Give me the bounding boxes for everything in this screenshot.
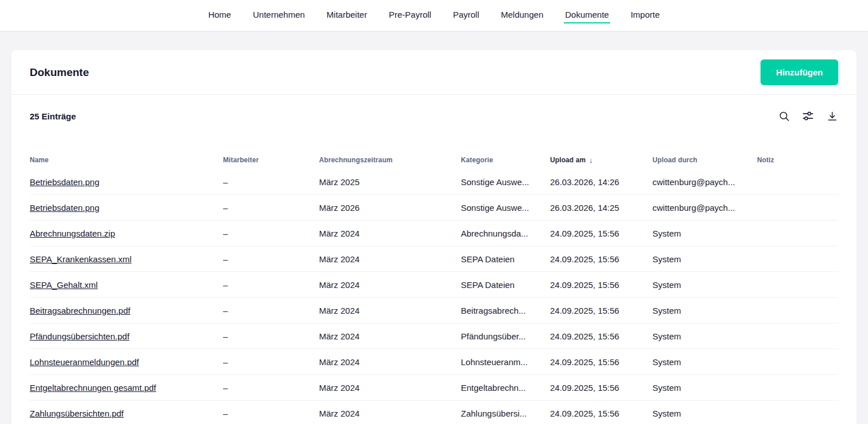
nav-item-home[interactable]: Home: [207, 7, 232, 23]
column-header-abrechnungszeitraum[interactable]: Abrechnungszeitraum: [319, 156, 461, 164]
cell-zeitraum: März 2024: [319, 254, 461, 264]
cell-upload-am: 24.09.2025, 15:56: [550, 331, 652, 341]
table-row: Zahlungsübersichten.pdf–März 2024Zahlung…: [30, 401, 838, 424]
toolbar-icons: [778, 110, 838, 122]
cell-kategorie: Abrechnungsda...: [461, 229, 550, 238]
card-header: Dokumente Hinzufügen: [11, 50, 857, 95]
column-header-label: Upload durch: [652, 156, 698, 164]
column-header-name[interactable]: Name: [30, 156, 223, 164]
column-header-label: Mitarbeiter: [223, 156, 258, 164]
cell-mitarbeiter: –: [223, 306, 319, 315]
nav-item-unternehmen[interactable]: Unternehmen: [252, 7, 306, 23]
cell-upload-am: 26.03.2026, 14:26: [550, 177, 652, 187]
cell-mitarbeiter: –: [223, 177, 319, 187]
cell-upload-am: 24.09.2025, 15:56: [550, 254, 652, 264]
cell-upload-durch: System: [652, 306, 757, 315]
cell-upload-am: 24.09.2025, 15:56: [550, 357, 652, 367]
column-header-kategorie[interactable]: Kategorie: [461, 156, 550, 164]
cell-name: SEPA_Krankenkassen.xml: [30, 254, 223, 264]
column-header-label: Upload am: [550, 156, 586, 164]
cell-kategorie: Pfändungsüber...: [461, 331, 550, 341]
cell-zeitraum: März 2024: [319, 280, 461, 290]
nav-item-importe[interactable]: Importe: [630, 7, 661, 23]
cell-kategorie: Lohnsteueranm...: [461, 357, 550, 367]
cell-mitarbeiter: –: [223, 357, 319, 367]
nav-item-dokumente[interactable]: Dokumente: [564, 7, 610, 23]
column-header-upload-am[interactable]: Upload am↓: [550, 156, 652, 165]
page-title: Dokumente: [30, 66, 89, 79]
cell-upload-am: 24.09.2025, 15:56: [550, 383, 652, 393]
cell-name: Beitragsabrechnungen.pdf: [30, 306, 223, 315]
document-link[interactable]: Abrechnungsdaten.zip: [30, 229, 115, 238]
cell-mitarbeiter: –: [223, 280, 319, 290]
cell-upload-durch: System: [652, 383, 757, 393]
cell-upload-durch: System: [652, 229, 757, 238]
search-icon[interactable]: [778, 110, 790, 122]
nav-item-pre-payroll[interactable]: Pre-Payroll: [388, 7, 432, 23]
cell-upload-am: 24.09.2025, 15:56: [550, 409, 652, 418]
table-row: Lohnsteueranmeldungen.pdf–März 2024Lohns…: [30, 349, 838, 375]
cell-name: SEPA_Gehalt.xml: [30, 280, 223, 290]
column-header-label: Name: [30, 156, 49, 164]
cell-name: Entgeltabrechnungen gesamt.pdf: [30, 383, 223, 393]
table-header-row: NameMitarbeiterAbrechnungszeitraumKatego…: [30, 151, 838, 169]
table-row: SEPA_Gehalt.xml–März 2024SEPA Dateien24.…: [30, 272, 838, 298]
cell-kategorie: Entgeltabrechn...: [461, 383, 550, 393]
table-body: Betriebsdaten.png–März 2025Sonstige Ausw…: [30, 169, 838, 424]
document-link[interactable]: SEPA_Gehalt.xml: [30, 280, 98, 290]
add-document-button[interactable]: Hinzufügen: [761, 59, 838, 85]
column-header-label: Kategorie: [461, 156, 493, 164]
cell-mitarbeiter: –: [223, 331, 319, 341]
document-link[interactable]: Zahlungsübersichten.pdf: [30, 409, 124, 418]
cell-name: Zahlungsübersichten.pdf: [30, 409, 223, 418]
column-header-notiz[interactable]: Notiz: [757, 156, 838, 164]
top-nav: HomeUnternehmenMitarbeiterPre-PayrollPay…: [0, 0, 868, 31]
document-link[interactable]: Pfändungsübersichten.pdf: [30, 331, 129, 341]
document-link[interactable]: Betriebsdaten.png: [30, 177, 99, 187]
sort-arrow-down-icon: ↓: [589, 156, 593, 165]
filter-icon[interactable]: [802, 110, 814, 122]
cell-upload-am: 24.09.2025, 15:56: [550, 280, 652, 290]
table-row: Beitragsabrechnungen.pdf–März 2024Beitra…: [30, 298, 838, 323]
cell-kategorie: Beitragsabrech...: [461, 306, 550, 315]
cell-mitarbeiter: –: [223, 409, 319, 418]
column-header-upload-durch[interactable]: Upload durch: [652, 156, 757, 164]
cell-upload-durch: System: [652, 409, 757, 418]
download-icon[interactable]: [826, 110, 838, 122]
cell-upload-durch: cwittenburg@paych...: [652, 177, 757, 187]
table-row: SEPA_Krankenkassen.xml–März 2024SEPA Dat…: [30, 246, 838, 272]
cell-upload-durch: System: [652, 331, 757, 341]
nav-item-payroll[interactable]: Payroll: [452, 7, 480, 23]
document-link[interactable]: Lohnsteueranmeldungen.pdf: [30, 357, 139, 367]
nav-item-mitarbeiter[interactable]: Mitarbeiter: [325, 7, 368, 23]
column-header-label: Notiz: [757, 156, 774, 164]
cell-upload-durch: System: [652, 280, 757, 290]
entries-count: 25 Einträge: [30, 111, 76, 121]
cell-kategorie: SEPA Dateien: [461, 254, 550, 264]
table-row: Abrechnungsdaten.zip–März 2024Abrechnung…: [30, 221, 838, 246]
table-row: Pfändungsübersichten.pdf–März 2024Pfändu…: [30, 323, 838, 349]
cell-upload-durch: System: [652, 254, 757, 264]
table-row: Entgeltabrechnungen gesamt.pdf–März 2024…: [30, 375, 838, 401]
document-link[interactable]: SEPA_Krankenkassen.xml: [30, 254, 132, 264]
cell-zeitraum: März 2026: [319, 203, 461, 213]
table-row: Betriebsdaten.png–März 2026Sonstige Ausw…: [30, 195, 838, 221]
cell-zeitraum: März 2024: [319, 383, 461, 393]
document-link[interactable]: Betriebsdaten.png: [30, 203, 99, 213]
document-link[interactable]: Entgeltabrechnungen gesamt.pdf: [30, 383, 156, 393]
documents-card: Dokumente Hinzufügen 25 Einträge: [11, 50, 857, 424]
cell-name: Betriebsdaten.png: [30, 203, 223, 213]
column-header-mitarbeiter[interactable]: Mitarbeiter: [223, 156, 319, 164]
cell-zeitraum: März 2024: [319, 306, 461, 315]
document-link[interactable]: Beitragsabrechnungen.pdf: [30, 306, 130, 315]
cell-mitarbeiter: –: [223, 254, 319, 264]
nav-item-meldungen[interactable]: Meldungen: [500, 7, 544, 23]
cell-kategorie: SEPA Dateien: [461, 280, 550, 290]
cell-zeitraum: März 2025: [319, 177, 461, 187]
table-toolbar: 25 Einträge: [11, 95, 857, 122]
cell-kategorie: Zahlungsübersi...: [461, 409, 550, 418]
cell-zeitraum: März 2024: [319, 331, 461, 341]
documents-table: NameMitarbeiterAbrechnungszeitraumKatego…: [11, 151, 857, 424]
cell-name: Pfändungsübersichten.pdf: [30, 331, 223, 341]
cell-upload-durch: System: [652, 357, 757, 367]
